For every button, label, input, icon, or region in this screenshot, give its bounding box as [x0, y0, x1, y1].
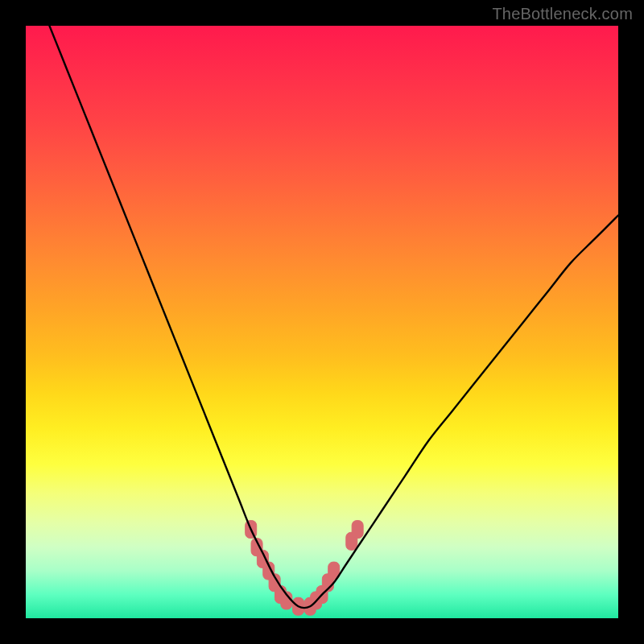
- curve-marker: [352, 521, 363, 539]
- curve-svg: [26, 26, 618, 618]
- bottleneck-curve: [49, 26, 618, 608]
- chart-frame: TheBottleneck.com: [0, 0, 644, 644]
- marker-group: [246, 521, 363, 616]
- watermark-text: TheBottleneck.com: [492, 5, 633, 23]
- plot-area: [26, 26, 618, 618]
